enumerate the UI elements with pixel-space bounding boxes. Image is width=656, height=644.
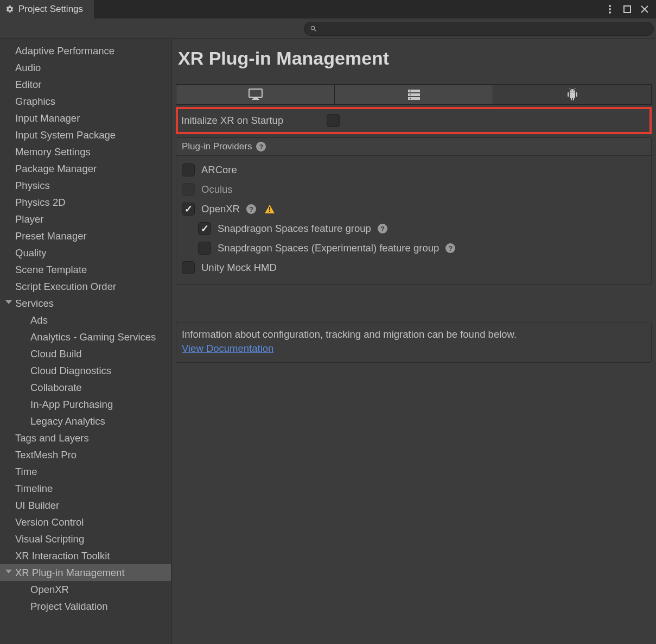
view-documentation-link[interactable]: View Documentation [182, 343, 273, 354]
sidebar-item-input-system-package[interactable]: Input System Package [0, 127, 171, 143]
sidebar-item-graphics[interactable]: Graphics [0, 93, 171, 110]
svg-point-15 [570, 90, 571, 91]
help-icon[interactable]: ? [378, 224, 387, 233]
help-icon[interactable]: ? [445, 243, 455, 253]
search-row [0, 18, 656, 39]
provider-checkbox[interactable] [182, 203, 195, 216]
svg-point-2 [609, 11, 611, 14]
svg-rect-17 [568, 92, 569, 97]
provider-label: Unity Mock HMD [201, 262, 277, 274]
svg-point-16 [573, 90, 574, 91]
provider-oculus: Oculus [182, 180, 646, 199]
svg-rect-6 [249, 89, 262, 97]
svg-point-0 [609, 5, 611, 7]
sidebar-item-project-validation[interactable]: Project Validation [0, 598, 171, 615]
providers-list: ARCoreOculusOpenXR?Snapdragon Spaces fea… [176, 156, 651, 284]
svg-rect-18 [576, 92, 577, 97]
close-icon[interactable] [640, 4, 649, 14]
window-title: Project Settings [18, 4, 83, 15]
sidebar-item-tags-and-layers[interactable]: Tags and Layers [0, 430, 171, 446]
sidebar-item-package-manager[interactable]: Package Manager [0, 160, 171, 177]
providers-header: Plug-in Providers ? [176, 138, 651, 156]
sidebar-item-collaborate[interactable]: Collaborate [0, 379, 171, 396]
title-bar: Project Settings [0, 0, 656, 18]
window-controls [605, 0, 656, 18]
svg-line-19 [569, 88, 570, 89]
sidebar-item-editor[interactable]: Editor [0, 76, 171, 93]
svg-point-13 [410, 94, 411, 96]
sidebar-item-openxr[interactable]: OpenXR [0, 581, 171, 598]
sidebar-item-quality[interactable]: Quality [0, 244, 171, 261]
sidebar-item-ads[interactable]: Ads [0, 312, 171, 329]
provider-arcore: ARCore [182, 160, 646, 180]
sidebar-item-in-app-purchasing[interactable]: In-App Purchasing [0, 396, 171, 413]
sidebar-item-cloud-build[interactable]: Cloud Build [0, 345, 171, 362]
sidebar-item-xr-plug-in-management[interactable]: XR Plug-in Management [0, 564, 171, 581]
sidebar-item-textmesh-pro[interactable]: TextMesh Pro [0, 446, 171, 463]
settings-sidebar: Adaptive PerformanceAudioEditorGraphicsI… [0, 39, 171, 644]
maximize-icon[interactable] [622, 4, 632, 14]
svg-point-12 [410, 91, 411, 92]
provider-unity-mock-hmd: Unity Mock HMD [182, 258, 646, 277]
sidebar-item-analytics-gaming-services[interactable]: Analytics - Gaming Services [0, 329, 171, 345]
platform-tabs [176, 84, 652, 105]
provider-checkbox[interactable] [198, 222, 211, 235]
sidebar-item-physics-2d[interactable]: Physics 2D [0, 194, 171, 211]
sidebar-item-cloud-diagnostics[interactable]: Cloud Diagnostics [0, 362, 171, 379]
help-icon[interactable]: ? [256, 142, 266, 151]
help-icon[interactable]: ? [246, 204, 256, 214]
svg-rect-8 [252, 99, 259, 100]
sidebar-item-memory-settings[interactable]: Memory Settings [0, 143, 171, 160]
provider-checkbox[interactable] [182, 163, 195, 176]
sidebar-item-services[interactable]: Services [0, 295, 171, 312]
provider-snapdragon-spaces-feature-group: Snapdragon Spaces feature group? [182, 219, 646, 238]
sidebar-item-script-execution-order[interactable]: Script Execution Order [0, 278, 171, 295]
svg-rect-3 [624, 6, 630, 12]
provider-label: Snapdragon Spaces feature group [218, 223, 371, 235]
tab-desktop[interactable] [176, 85, 335, 104]
sidebar-item-version-control[interactable]: Version Control [0, 514, 171, 531]
sidebar-item-audio[interactable]: Audio [0, 59, 171, 76]
providers-panel: Plug-in Providers ? ARCoreOculusOpenXR?S… [176, 137, 652, 285]
kebab-menu-icon[interactable] [605, 4, 615, 14]
server-icon [407, 89, 421, 100]
content-area: XR Plug-in Management Initialize XR on S… [171, 39, 656, 644]
sidebar-item-timeline[interactable]: Timeline [0, 480, 171, 497]
provider-label: OpenXR [201, 203, 240, 215]
provider-checkbox [182, 183, 195, 196]
sidebar-item-adaptive-performance[interactable]: Adaptive Performance [0, 42, 171, 59]
provider-label: ARCore [201, 164, 237, 176]
window-tab[interactable]: Project Settings [0, 0, 94, 18]
main-area: Adaptive PerformanceAudioEditorGraphicsI… [0, 39, 656, 644]
tab-android[interactable] [493, 85, 651, 104]
sidebar-item-xr-interaction-toolkit[interactable]: XR Interaction Toolkit [0, 547, 171, 564]
sidebar-item-visual-scripting[interactable]: Visual Scripting [0, 531, 171, 547]
sidebar-item-legacy-analytics[interactable]: Legacy Analytics [0, 413, 171, 430]
info-box: Information about configuration, trackin… [176, 323, 652, 363]
provider-snapdragon-spaces-experimental-feature-group: Snapdragon Spaces (Experimental) feature… [182, 238, 646, 258]
provider-checkbox[interactable] [198, 242, 211, 255]
tab-server[interactable] [335, 85, 493, 104]
sidebar-item-physics[interactable]: Physics [0, 177, 171, 194]
provider-checkbox[interactable] [182, 261, 195, 274]
sidebar-item-input-manager[interactable]: Input Manager [0, 110, 171, 127]
svg-point-14 [410, 98, 411, 99]
initialize-xr-row: Initialize XR on Startup [176, 107, 652, 134]
search-icon [310, 25, 317, 33]
desktop-icon [249, 89, 263, 100]
search-field[interactable] [321, 23, 648, 34]
sidebar-item-time[interactable]: Time [0, 463, 171, 480]
initialize-xr-checkbox[interactable] [327, 114, 340, 127]
svg-rect-7 [253, 98, 258, 99]
sidebar-item-preset-manager[interactable]: Preset Manager [0, 228, 171, 244]
svg-line-20 [575, 88, 576, 89]
provider-label: Oculus [201, 184, 233, 195]
page-title: XR Plug-in Management [178, 48, 652, 69]
sidebar-item-scene-template[interactable]: Scene Template [0, 261, 171, 278]
provider-openxr: OpenXR? [182, 199, 646, 219]
sidebar-item-ui-builder[interactable]: UI Builder [0, 497, 171, 514]
search-input[interactable] [304, 22, 654, 36]
sidebar-item-player[interactable]: Player [0, 211, 171, 228]
info-text: Information about configuration, trackin… [182, 327, 646, 342]
warning-icon [265, 205, 275, 213]
